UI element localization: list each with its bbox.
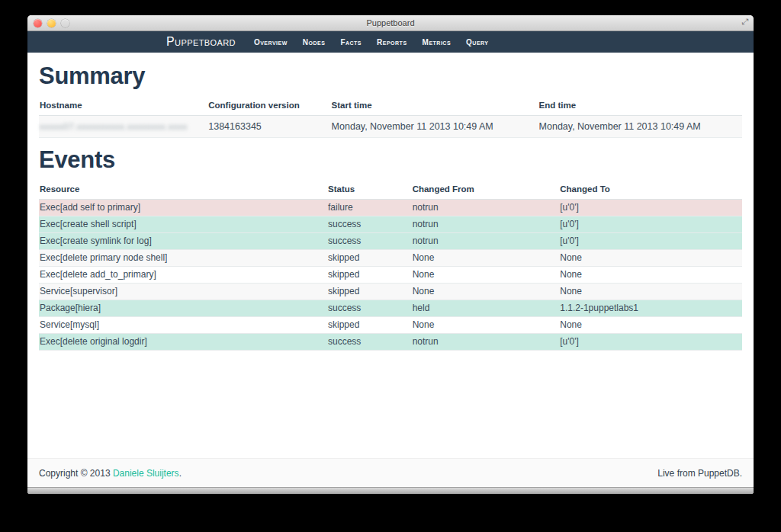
events-header-row: Resource Status Changed From Changed To bbox=[39, 181, 742, 200]
author-link[interactable]: Daniele Sluijters bbox=[113, 468, 179, 479]
event-cell-resource: Exec[delete add_to_primary] bbox=[39, 267, 327, 284]
event-cell-resource: Exec[create symlink for log] bbox=[39, 233, 327, 250]
events-table: Resource Status Changed From Changed To … bbox=[39, 181, 742, 351]
event-cell-status: success bbox=[327, 233, 412, 250]
summary-heading: Summary bbox=[39, 62, 742, 90]
nav-item-query[interactable]: Query bbox=[458, 38, 496, 46]
event-cell-changed-to: None bbox=[559, 284, 742, 300]
summary-col-starttime: Start time bbox=[331, 97, 538, 116]
event-cell-resource: Exec[add self to primary] bbox=[39, 200, 327, 216]
events-col-status: Status bbox=[327, 181, 412, 200]
event-row: Service[supervisor]skippedNoneNone bbox=[39, 284, 742, 300]
event-cell-status: skipped bbox=[327, 317, 412, 334]
event-row: Exec[add self to primary]failurenotrun[u… bbox=[39, 200, 742, 216]
event-cell-status: failure bbox=[327, 200, 412, 216]
event-cell-changed-from: notrun bbox=[412, 200, 560, 216]
browser-statusbar bbox=[27, 487, 754, 494]
event-row: Exec[create symlink for log]successnotru… bbox=[39, 233, 742, 250]
minimize-window-button[interactable] bbox=[47, 19, 56, 27]
event-cell-status: skipped bbox=[327, 250, 412, 267]
close-window-button[interactable] bbox=[34, 19, 42, 27]
event-cell-changed-from: notrun bbox=[412, 233, 560, 250]
event-cell-changed-from: None bbox=[412, 250, 560, 267]
events-col-changedfrom: Changed From bbox=[412, 181, 560, 200]
navbar: Puppetboard Overview Nodes Facts Reports… bbox=[27, 31, 754, 53]
event-cell-changed-from: notrun bbox=[412, 216, 560, 233]
event-cell-status: success bbox=[327, 334, 412, 351]
navbar-brand[interactable]: Puppetboard bbox=[166, 35, 236, 49]
event-cell-resource: Service[mysql] bbox=[39, 317, 327, 334]
main-content: Summary Hostname Configuration version S… bbox=[27, 53, 754, 458]
summary-header-row: Hostname Configuration version Start tim… bbox=[39, 97, 742, 116]
event-cell-changed-to: [u'0'] bbox=[559, 334, 742, 351]
copyright-suffix: . bbox=[179, 468, 182, 479]
zoom-window-button[interactable] bbox=[61, 19, 69, 27]
event-cell-changed-to: None bbox=[559, 267, 742, 284]
event-cell-changed-to: [u'0'] bbox=[559, 200, 742, 216]
event-cell-resource: Service[supervisor] bbox=[39, 284, 327, 300]
event-cell-changed-from: None bbox=[412, 284, 560, 300]
nav-item-nodes[interactable]: Nodes bbox=[295, 38, 333, 46]
event-cell-changed-from: None bbox=[412, 267, 560, 284]
event-cell-changed-from: held bbox=[412, 300, 560, 317]
summary-starttime-cell: Monday, November 11 2013 10:49 AM bbox=[331, 116, 538, 138]
nav-item-facts[interactable]: Facts bbox=[333, 38, 369, 46]
summary-configversion-cell: 1384163345 bbox=[207, 116, 330, 138]
traffic-lights bbox=[34, 15, 69, 30]
event-cell-status: skipped bbox=[327, 267, 412, 284]
puppetdb-status-text: Live from PuppetDB. bbox=[657, 468, 742, 479]
event-cell-changed-to: [u'0'] bbox=[559, 233, 742, 250]
event-cell-resource: Exec[create shell script] bbox=[39, 216, 327, 233]
copyright-text: Copyright © 2013 Daniele Sluijters. bbox=[39, 468, 182, 479]
summary-col-configversion: Configuration version bbox=[207, 97, 330, 116]
event-row: Exec[delete original logdir]successnotru… bbox=[39, 334, 742, 351]
window-title: Puppetboard bbox=[27, 18, 754, 27]
event-cell-changed-to: None bbox=[559, 317, 742, 334]
event-row: Package[hiera]successheld1.1.2-1puppetla… bbox=[39, 300, 742, 317]
summary-endtime-cell: Monday, November 11 2013 10:49 AM bbox=[538, 116, 742, 138]
window-titlebar[interactable]: Puppetboard ⤢ bbox=[27, 15, 754, 31]
events-heading: Events bbox=[39, 146, 742, 174]
nav-item-overview[interactable]: Overview bbox=[246, 38, 295, 46]
event-cell-status: success bbox=[327, 300, 412, 317]
nav-item-metrics[interactable]: Metrics bbox=[415, 38, 459, 46]
event-row: Exec[delete add_to_primary]skippedNoneNo… bbox=[39, 267, 742, 284]
browser-window: Puppetboard ⤢ Puppetboard Overview Nodes… bbox=[27, 15, 754, 494]
hostname-redacted: xxxxx07.xxxxxxxxxx.xxxxxxxx.xxxx bbox=[40, 122, 188, 131]
event-cell-changed-to: 1.1.2-1puppetlabs1 bbox=[559, 300, 742, 317]
event-cell-resource: Package[hiera] bbox=[39, 300, 327, 317]
resize-icon[interactable]: ⤢ bbox=[741, 17, 748, 27]
summary-col-endtime: End time bbox=[538, 97, 742, 116]
summary-hostname-cell: xxxxx07.xxxxxxxxxx.xxxxxxxx.xxxx bbox=[39, 116, 207, 138]
desktop-background: Puppetboard ⤢ Puppetboard Overview Nodes… bbox=[0, 0, 781, 532]
event-cell-changed-to: None bbox=[559, 250, 742, 267]
footer: Copyright © 2013 Daniele Sluijters. Live… bbox=[27, 458, 754, 487]
event-cell-changed-from: None bbox=[412, 317, 560, 334]
event-cell-status: success bbox=[327, 216, 412, 233]
event-row: Exec[delete primary node shell]skippedNo… bbox=[39, 250, 742, 267]
event-cell-changed-from: notrun bbox=[412, 334, 560, 351]
event-cell-status: skipped bbox=[327, 284, 412, 300]
copyright-prefix: Copyright © 2013 bbox=[39, 468, 113, 479]
event-row: Service[mysql]skippedNoneNone bbox=[39, 317, 742, 334]
events-col-changedto: Changed To bbox=[559, 181, 742, 200]
events-col-resource: Resource bbox=[39, 181, 327, 200]
event-cell-resource: Exec[delete original logdir] bbox=[39, 334, 327, 351]
summary-col-hostname: Hostname bbox=[39, 97, 207, 116]
summary-table: Hostname Configuration version Start tim… bbox=[39, 97, 742, 138]
summary-row: xxxxx07.xxxxxxxxxx.xxxxxxxx.xxxx 1384163… bbox=[39, 116, 742, 138]
event-cell-changed-to: [u'0'] bbox=[559, 216, 742, 233]
nav-item-reports[interactable]: Reports bbox=[369, 38, 415, 46]
event-row: Exec[create shell script]successnotrun[u… bbox=[39, 216, 742, 233]
event-cell-resource: Exec[delete primary node shell] bbox=[39, 250, 327, 267]
